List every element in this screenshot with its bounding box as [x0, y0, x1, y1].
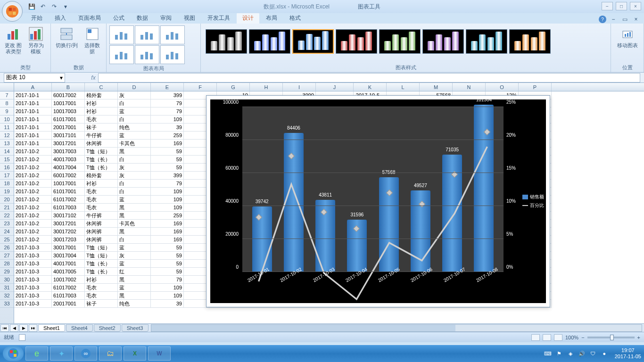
cell-B11[interactable]: 20017001: [52, 123, 85, 132]
undo-icon[interactable]: ↶: [39, 2, 47, 11]
style-thumb-6[interactable]: [466, 29, 507, 54]
cell-D18[interactable]: 白: [118, 180, 151, 188]
tab-nav-first[interactable]: ⏮: [0, 324, 9, 332]
row-header-15[interactable]: 15: [0, 156, 14, 164]
cell-D12[interactable]: 蓝: [118, 132, 151, 140]
cell-E7[interactable]: 399: [151, 91, 184, 99]
taskbar-ie[interactable]: e: [25, 346, 48, 361]
cell-A23[interactable]: 2017-10-2: [14, 220, 52, 228]
cell-D31[interactable]: 蓝: [118, 284, 151, 292]
save-as-template-button[interactable]: 另存为 模板: [25, 25, 46, 56]
tab-nav-prev[interactable]: ◀: [10, 324, 18, 332]
cell-D10[interactable]: 白: [118, 115, 151, 123]
cell-E17[interactable]: 399: [151, 172, 184, 180]
ribbon-tab-3[interactable]: 公式: [107, 13, 130, 24]
cell-D29[interactable]: 红: [118, 268, 151, 276]
layout-thumb-2[interactable]: [160, 25, 185, 44]
cell-C9[interactable]: 衬衫: [85, 107, 118, 115]
cell-D24[interactable]: 黑: [118, 228, 151, 236]
cell-C17[interactable]: 棉外套: [85, 172, 118, 180]
style-thumb-3[interactable]: [336, 29, 377, 54]
cell-E20[interactable]: 109: [151, 196, 184, 204]
style-thumb-5[interactable]: [422, 29, 464, 54]
cell-D28[interactable]: 蓝: [118, 260, 151, 268]
col-header-K[interactable]: K: [354, 83, 387, 91]
row-header-19[interactable]: 19: [0, 188, 14, 196]
cell-B24[interactable]: 30017202: [52, 228, 85, 236]
taskbar-explorer[interactable]: 🗂: [99, 346, 122, 361]
cell-E33[interactable]: 39: [151, 300, 184, 308]
cell-E22[interactable]: 259: [151, 212, 184, 220]
cell-D19[interactable]: 白: [118, 188, 151, 196]
tray-network-icon[interactable]: ◈: [567, 350, 574, 357]
row-header-30[interactable]: 30: [0, 276, 14, 284]
cell-D22[interactable]: 黑: [118, 212, 151, 220]
row-header-17[interactable]: 17: [0, 172, 14, 180]
tray-flag-icon[interactable]: ⚑: [555, 350, 563, 357]
redo-icon[interactable]: ↷: [50, 2, 58, 11]
cell-A31[interactable]: 2017-10-3: [14, 284, 52, 292]
col-header-L[interactable]: L: [387, 83, 420, 91]
page-layout-view-button[interactable]: [543, 334, 551, 341]
style-thumb-2[interactable]: [292, 29, 334, 54]
cell-C13[interactable]: 休闲裤: [85, 140, 118, 148]
cell-A14[interactable]: 2017-10-2: [14, 148, 52, 156]
col-header-H[interactable]: H: [250, 83, 283, 91]
macro-record-icon[interactable]: [19, 334, 25, 341]
row-header-14[interactable]: 14: [0, 148, 14, 156]
cell-C16[interactable]: T恤（长）: [85, 164, 118, 172]
cell-D11[interactable]: 纯色: [118, 123, 151, 132]
sheet-tab-Sheet3[interactable]: Sheet3: [122, 324, 149, 332]
cell-B21[interactable]: 61017003: [52, 204, 85, 212]
cell-A9[interactable]: 2017-10-1: [14, 107, 52, 115]
cell-D20[interactable]: 蓝: [118, 196, 151, 204]
col-header-E[interactable]: E: [151, 83, 184, 91]
cell-C21[interactable]: 毛衣: [85, 204, 118, 212]
col-header-P[interactable]: P: [519, 83, 552, 91]
cell-D13[interactable]: 卡其色: [118, 140, 151, 148]
cell-C19[interactable]: 毛衣: [85, 188, 118, 196]
cell-C33[interactable]: 袜子: [85, 300, 118, 308]
row-header-25[interactable]: 25: [0, 236, 14, 244]
minimize-button[interactable]: −: [602, 2, 613, 10]
select-data-button[interactable]: 选择数据: [81, 25, 103, 56]
cell-B9[interactable]: 10017003: [52, 107, 85, 115]
row-header-28[interactable]: 28: [0, 260, 14, 268]
switch-row-col-button[interactable]: 切换行/列: [54, 25, 79, 49]
taskbar-app1[interactable]: ✦: [50, 346, 73, 361]
cell-B8[interactable]: 10017001: [52, 99, 85, 107]
tray-shield-icon[interactable]: 🛡: [589, 350, 597, 357]
cell-A12[interactable]: 2017-10-1: [14, 132, 52, 140]
cell-D7[interactable]: 灰: [118, 91, 151, 99]
col-header-A[interactable]: A: [14, 83, 52, 91]
cell-E19[interactable]: 109: [151, 188, 184, 196]
cell-E10[interactable]: 109: [151, 115, 184, 123]
cell-E11[interactable]: 39: [151, 123, 184, 132]
cell-B28[interactable]: 40017001: [52, 260, 85, 268]
cell-B31[interactable]: 61017002: [52, 284, 85, 292]
cell-A26[interactable]: 2017-10-3: [14, 244, 52, 252]
cell-A29[interactable]: 2017-10-3: [14, 268, 52, 276]
change-chart-type-button[interactable]: 更改 图表类型: [3, 25, 24, 56]
tray-sound-icon[interactable]: 🔊: [578, 350, 586, 357]
style-thumb-7[interactable]: [509, 29, 551, 54]
row-header-29[interactable]: 29: [0, 268, 14, 276]
col-header-C[interactable]: C: [85, 83, 118, 91]
office-button[interactable]: [2, 1, 23, 22]
cell-C25[interactable]: 休闲裤: [85, 236, 118, 244]
ribbon-tab-6[interactable]: 视图: [178, 13, 201, 24]
col-header-J[interactable]: J: [316, 83, 354, 91]
cell-D32[interactable]: 黑: [118, 292, 151, 300]
ribbon-tab-8[interactable]: 设计: [237, 13, 259, 24]
cell-D8[interactable]: 白: [118, 99, 151, 107]
col-header-D[interactable]: D: [118, 83, 151, 91]
cell-E30[interactable]: 79: [151, 276, 184, 284]
cell-A24[interactable]: 2017-10-2: [14, 228, 52, 236]
row-header-26[interactable]: 26: [0, 244, 14, 252]
doc-close-icon[interactable]: ×: [632, 15, 640, 24]
row-header-33[interactable]: 33: [0, 300, 14, 308]
row-header-12[interactable]: 12: [0, 132, 14, 140]
cell-B12[interactable]: 30017101: [52, 132, 85, 140]
cell-B19[interactable]: 61017001: [52, 188, 85, 196]
help-icon[interactable]: ?: [599, 16, 606, 23]
